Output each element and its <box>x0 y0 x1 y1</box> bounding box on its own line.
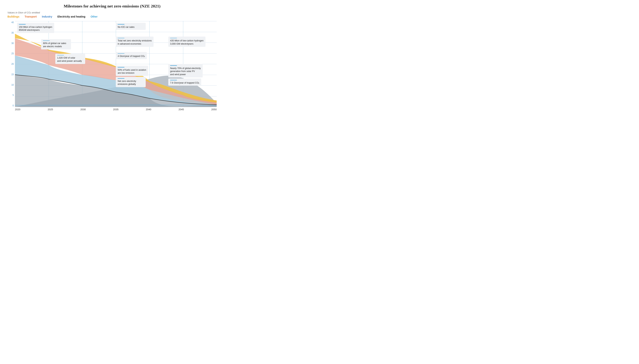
x-axis: 2020 2025 2030 2035 2040 2045 2050 <box>15 107 217 114</box>
y-label-40: 40 <box>12 21 14 24</box>
annotation-no-ice: No ICE car sales <box>116 23 146 30</box>
x-label-2030: 2030 <box>80 108 86 111</box>
chart-container: Milestones for achieving net zero emissi… <box>8 4 217 114</box>
x-label-2040: 2040 <box>146 108 151 111</box>
chart-inner: 150 Mton of low-carbon hydrogen850GW ele… <box>15 21 217 107</box>
annotation-aviation-50pct: 50% of fuels used in aviationare low emi… <box>116 66 148 76</box>
annotation-hydrogen-150: 150 Mton of low-carbon hydrogen850GW ele… <box>17 23 54 33</box>
legend-other: Other <box>91 15 98 18</box>
y-label-35: 35 <box>12 32 14 34</box>
annotation-net-zero-adv: Total net zero electricity emissionsin a… <box>116 36 153 47</box>
legend-electricity: Electricity and heating <box>58 15 85 18</box>
x-label-2025: 2025 <box>48 108 53 111</box>
legend-industry: Industry <box>42 15 52 18</box>
legend: Buildings Transport Industry Electricity… <box>8 15 217 18</box>
chart-area: 40 35 30 25 20 15 10 5 0 <box>8 21 217 114</box>
y-label-25: 25 <box>12 52 14 55</box>
y-label-20: 20 <box>12 63 14 65</box>
y-label-15: 15 <box>12 73 14 76</box>
annotation-solar-70pct: Nearly 70% of global electricitygenerati… <box>168 64 203 78</box>
legend-transport: Transport <box>25 15 37 18</box>
y-label-10: 10 <box>12 84 14 86</box>
chart-title: Milestones for achieving net zero emissi… <box>8 4 217 8</box>
annotation-solar-1020gw: 1,020 GW of solarand wind power annually <box>55 54 85 64</box>
y-label-30: 30 <box>12 42 14 44</box>
x-label-2050: 2050 <box>211 108 217 111</box>
x-label-2035: 2035 <box>113 108 119 111</box>
y-label-5: 5 <box>13 94 14 96</box>
annotation-76gton: 7.6 Gton/year of trapped CO₂ <box>168 78 201 86</box>
legend-buildings: Buildings <box>8 15 20 18</box>
x-label-2045: 2045 <box>178 108 184 111</box>
annotation-net-zero-global: Net zero electricityemissions globally <box>116 77 146 87</box>
x-label-2020: 2020 <box>15 108 20 111</box>
chart-subtitle: Values in Gton of CO₂ emitted <box>8 11 217 14</box>
y-axis: 40 35 30 25 20 15 10 5 0 <box>8 21 15 107</box>
y-label-0: 0 <box>13 104 14 107</box>
annotation-4gton: 4 Gton/year of trapped CO₂ <box>116 52 147 59</box>
annotation-car-60pct: 60% of global car salesare electric mode… <box>41 39 71 50</box>
annotation-hydrogen-435: 435 Mton of low-carbon hydrogen3,000 GW … <box>168 36 205 47</box>
